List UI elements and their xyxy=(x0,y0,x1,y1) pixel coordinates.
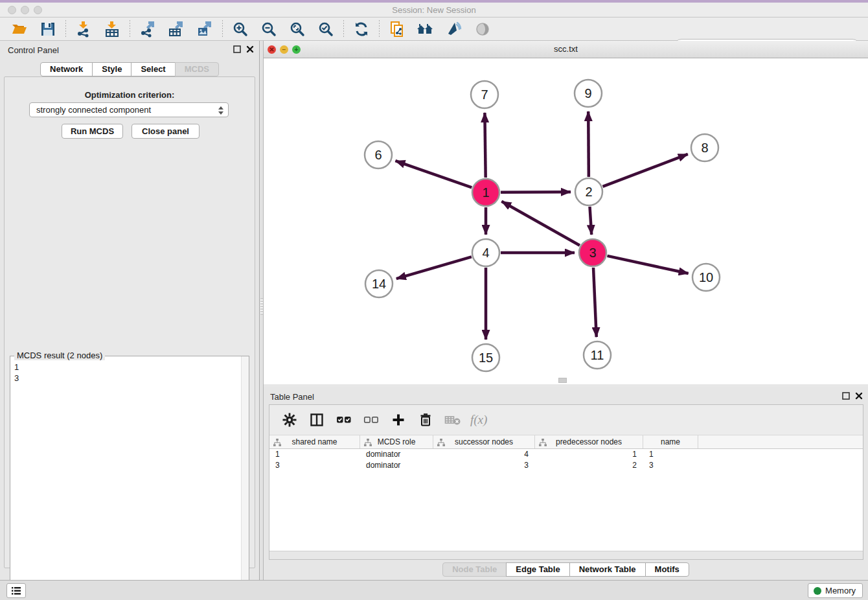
table-toolbar: f(x) xyxy=(269,405,863,435)
table-cell[interactable]: 4 xyxy=(433,449,535,460)
graph-edge-1-2[interactable] xyxy=(501,192,571,192)
table-cell[interactable]: 1 xyxy=(643,449,698,460)
table-cell[interactable]: dominator xyxy=(360,449,433,460)
graph-edge-2-8[interactable] xyxy=(603,154,688,187)
graph-edge-3-10[interactable] xyxy=(607,256,688,273)
table-panel: Table Panel xyxy=(264,387,868,580)
close-panel-icon[interactable] xyxy=(246,45,254,53)
table-cell[interactable]: dominator xyxy=(360,460,433,471)
tab-mcds[interactable]: MCDS xyxy=(175,62,219,76)
network-window-titlebar[interactable]: ✕ − + scc.txt xyxy=(264,41,868,58)
control-panel-tabs: NetworkStyleSelectMCDS xyxy=(0,62,259,76)
graph-node-label-9: 9 xyxy=(584,86,591,100)
table-row[interactable]: 1dominator411 xyxy=(269,449,863,460)
tab-motifs[interactable]: Motifs xyxy=(645,562,689,577)
column-header-shared-name[interactable]: shared name xyxy=(269,435,360,448)
control-panel-header: Control Panel xyxy=(0,41,259,58)
graph-edge-1-7[interactable] xyxy=(485,113,485,178)
export-network-icon[interactable] xyxy=(138,19,157,39)
run-mcds-button[interactable]: Run MCDS xyxy=(62,124,123,139)
table-panel-header: Table Panel xyxy=(264,387,868,405)
column-type-icon xyxy=(364,439,372,446)
table-cell[interactable]: 3 xyxy=(643,460,698,471)
close-table-panel-icon[interactable] xyxy=(855,392,863,400)
export-image-icon[interactable] xyxy=(195,19,214,39)
task-list-icon xyxy=(11,586,21,595)
graph-node-label-1: 1 xyxy=(482,185,489,200)
panel-splitter[interactable] xyxy=(259,41,264,580)
toolbar-separator xyxy=(379,20,380,38)
tab-select[interactable]: Select xyxy=(131,62,175,76)
status-bar: Memory xyxy=(0,580,868,600)
show-columns-icon[interactable] xyxy=(307,410,326,430)
graph-edge-2-3[interactable] xyxy=(589,207,591,235)
criterion-value: strongly connected component xyxy=(36,105,151,115)
table-hscrollbar[interactable] xyxy=(269,551,863,559)
home-icon[interactable] xyxy=(416,19,435,39)
save-session-icon[interactable] xyxy=(38,19,58,39)
network-resize-grip[interactable] xyxy=(558,378,567,383)
app-titlebar: Session: New Session xyxy=(0,3,868,17)
memory-status-icon xyxy=(814,587,821,595)
zoom-out-icon[interactable] xyxy=(259,19,279,39)
column-header-MCDS-role[interactable]: MCDS role xyxy=(360,435,433,448)
table-settings-icon[interactable] xyxy=(280,410,299,430)
show-hide-icon[interactable] xyxy=(473,19,492,39)
mcds-panel: Optimization criterion: strongly connect… xyxy=(4,76,255,568)
select-all-columns-icon[interactable] xyxy=(334,410,354,430)
zoom-selected-icon[interactable] xyxy=(316,19,336,39)
table-cell[interactable]: 2 xyxy=(535,460,643,471)
tab-network[interactable]: Network xyxy=(40,62,93,76)
import-network-icon[interactable] xyxy=(74,19,93,39)
graph-edge-2-9[interactable] xyxy=(588,111,589,177)
table-cell[interactable]: 1 xyxy=(535,449,643,460)
memory-button[interactable]: Memory xyxy=(808,583,863,598)
tab-style[interactable]: Style xyxy=(92,62,131,76)
table-cell[interactable]: 3 xyxy=(433,460,535,471)
graph-node-label-3: 3 xyxy=(589,246,596,260)
zoom-in-icon[interactable] xyxy=(231,19,250,39)
graph-node-label-7: 7 xyxy=(481,87,488,102)
clone-network-icon[interactable] xyxy=(387,19,407,39)
network-window-title: scc.txt xyxy=(264,44,868,54)
column-header-predecessor-nodes[interactable]: predecessor nodes xyxy=(535,435,643,448)
criterion-select[interactable]: strongly connected component xyxy=(29,102,229,117)
open-session-icon[interactable] xyxy=(10,19,29,39)
task-manager-button[interactable] xyxy=(6,583,26,598)
unselect-all-columns-icon[interactable] xyxy=(361,410,381,430)
result-scrollbar[interactable] xyxy=(241,356,249,600)
tab-network-table[interactable]: Network Table xyxy=(569,562,646,577)
graph-edge-4-14[interactable] xyxy=(396,257,472,279)
delete-columns-icon[interactable] xyxy=(416,410,435,430)
import-table-icon[interactable] xyxy=(102,19,122,39)
float-table-panel-icon[interactable] xyxy=(842,392,850,400)
mcds-result-box: MCDS result (2 nodes) 1 3 xyxy=(10,356,249,600)
export-table-icon[interactable] xyxy=(166,19,186,39)
network-graph-canvas[interactable]: 7968124314101511 xyxy=(264,58,868,384)
column-type-icon xyxy=(437,439,445,446)
table-cell[interactable]: 3 xyxy=(269,460,360,471)
toolbar-separator xyxy=(65,20,66,38)
function-builder-icon: f(x) xyxy=(470,410,487,430)
float-panel-icon[interactable] xyxy=(233,45,241,53)
add-column-icon[interactable] xyxy=(389,410,408,430)
tab-node-table[interactable]: Node Table xyxy=(442,562,507,577)
main-toolbar xyxy=(0,17,868,41)
zoom-fit-icon[interactable] xyxy=(288,19,307,39)
column-header-successor-nodes[interactable]: successor nodes xyxy=(433,435,535,448)
memory-label: Memory xyxy=(825,586,856,595)
apply-style-icon[interactable] xyxy=(444,19,464,39)
toolbar-separator xyxy=(130,20,130,38)
tab-edge-table[interactable]: Edge Table xyxy=(506,562,569,577)
refresh-icon[interactable] xyxy=(352,19,371,39)
toolbar-separator xyxy=(343,20,344,38)
splitter-grip[interactable] xyxy=(260,298,263,315)
graph-edge-1-6[interactable] xyxy=(395,161,472,187)
graph-edge-3-1[interactable] xyxy=(501,202,580,246)
table-cell[interactable]: 1 xyxy=(269,449,360,460)
graph-edge-3-11[interactable] xyxy=(593,268,597,337)
column-header-name[interactable]: name xyxy=(643,435,698,448)
node-table-container: f(x) shared nameMCDS rolesuccessor nodes… xyxy=(269,404,863,560)
close-panel-button[interactable]: Close panel xyxy=(131,124,200,139)
table-row[interactable]: 3dominator323 xyxy=(269,460,863,471)
